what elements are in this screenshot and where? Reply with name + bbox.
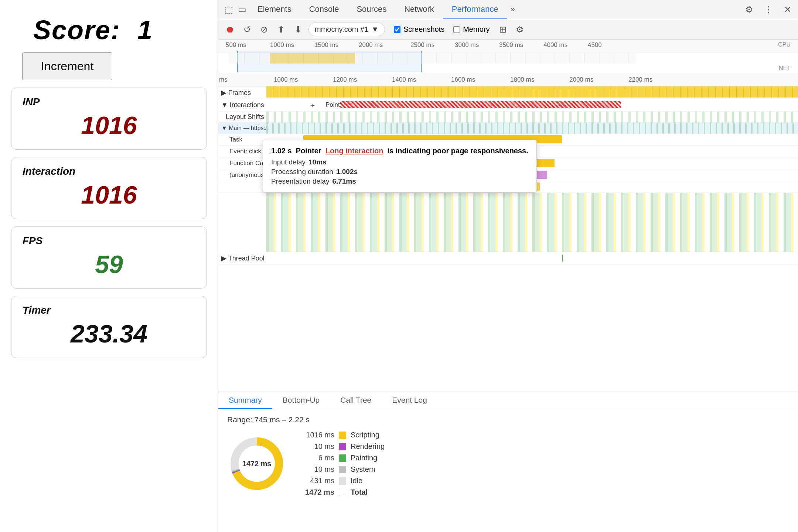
ruler-1000: 1000 ms [274,76,298,83]
ruler-1800: 1800 ms [510,76,534,83]
interaction-tooltip: 1.02 s Pointer Long interaction is indic… [263,140,537,192]
left-panel: Score: 1 Increment INP 1016 Interaction … [0,0,218,532]
timeline-main: ms 1000 ms 1200 ms 1400 ms 1600 ms 1800 … [218,73,798,392]
system-label: System [351,465,375,474]
detail-ruler: ms 1000 ms 1200 ms 1400 ms 1600 ms 1800 … [218,73,798,86]
more-options-icon[interactable]: ⋮ [762,3,775,16]
track-area: ▶ Frames ▼ Interactions + Pointer [218,86,798,392]
legend: 1016 ms Scripting 10 ms Rendering 6 ms [301,431,385,497]
legend-row-idle: 431 ms Idle [301,477,385,485]
settings-icon[interactable]: ⚙ [743,3,756,16]
tooltip-header: 1.02 s Pointer Long interaction is indic… [271,147,528,155]
reload-icon[interactable]: ↺ [241,23,254,36]
inspect-icon[interactable]: ⬚ [222,3,235,16]
url-selector[interactable]: mmocny.com #1 ▼ [308,23,385,36]
thread-pool-label[interactable]: ▶ Thread Pool [218,253,266,264]
tooltip-presentation: Presentation delay 6.71ms [271,177,528,185]
long-interaction-link[interactable]: Long interaction [325,147,383,155]
devtools-actions: ⚙ ⋮ ✕ [743,3,794,16]
tick-2000: 2000 ms [359,41,383,49]
donut-chart: 1472 ms [227,434,286,493]
frames-bar [266,86,798,98]
main-thread-row: ▼ Main — https://mmocny.co [218,123,798,134]
tick-4500: 4500 [588,41,602,49]
legend-row-scripting: 1016 ms Scripting [301,431,385,439]
timer-label: Timer [23,304,195,316]
interaction-hatched-bar[interactable] [340,101,621,108]
legend-row-rendering: 10 ms Rendering [301,442,385,451]
screenshots-label: Screenshots [403,25,444,34]
tab-call-tree[interactable]: Call Tree [330,396,382,409]
fps-card: FPS 59 [11,226,207,289]
sub-bar-label [218,185,266,188]
increment-button[interactable]: Increment [22,52,112,80]
frames-row: ▶ Frames [218,86,798,99]
capture-icon[interactable]: ⊞ [496,23,509,36]
scripting-label: Scripting [351,431,379,439]
idle-ms: 431 ms [301,477,334,485]
layout-shifts-label: Layout Shifts [218,112,266,122]
ruler-2000: 2000 ms [569,76,593,83]
tab-event-log[interactable]: Event Log [382,396,437,409]
tab-sources[interactable]: Sources [348,0,395,19]
range-text: Range: 745 ms – 2.22 s [227,415,789,424]
memory-group: Memory [453,25,490,34]
upload-icon[interactable]: ⬆ [274,23,288,36]
tab-network[interactable]: Network [395,0,443,19]
record-icon[interactable]: ⏺ [224,23,237,36]
tick-2500: 2500 ms [410,41,434,49]
tick-3000: 3000 ms [455,41,479,49]
ruler-ms: ms [219,76,228,83]
interaction-card: Interaction 1016 [11,157,207,219]
perf-settings-icon[interactable]: ⚙ [513,23,526,36]
flame-bars [266,193,798,252]
layout-shifts-bar [266,112,798,123]
inp-label: INP [23,96,195,108]
device-icon[interactable]: ▭ [235,3,249,16]
anonymous-label: (anonymous) [218,170,266,180]
ruler-2200: 2200 ms [628,76,652,83]
painting-ms: 6 ms [301,454,334,462]
legend-row-painting: 6 ms Painting [301,454,385,462]
clear-icon[interactable]: ⊘ [258,23,271,36]
tab-summary[interactable]: Summary [218,396,272,409]
devtools-panel: ⬚ ▭ Elements Console Sources Network Per… [218,0,798,532]
fps-label: FPS [23,235,195,247]
interactions-row[interactable]: ▼ Interactions + Pointer [218,99,798,112]
inp-value: 1016 [23,111,195,140]
ruler-1600: 1600 ms [451,76,475,83]
tooltip-processing: Processing duration 1.002s [271,168,528,176]
tab-performance[interactable]: Performance [443,0,507,19]
memory-checkbox[interactable] [453,26,460,33]
download-icon[interactable]: ⬇ [291,23,305,36]
screenshots-strip [229,53,636,64]
close-icon[interactable]: ✕ [781,3,794,16]
total-swatch [339,489,346,496]
event-click-label: Event: click [218,146,266,157]
bottom-tabbar: Summary Bottom-Up Call Tree Event Log [218,392,798,409]
tab-elements[interactable]: Elements [249,0,300,19]
main-thread-label: ▼ Main — https://mmocny.co [218,123,266,133]
thread-pool-row[interactable]: ▶ Thread Pool [218,252,798,265]
interaction-value: 1016 [23,180,195,209]
donut-label: 1472 ms [242,460,272,468]
timer-card: Timer 233.34 [11,296,207,358]
score-value: 1 [137,15,153,45]
legend-row-system: 10 ms System [301,465,385,474]
scripting-swatch [339,432,346,439]
screenshots-checkbox[interactable] [394,26,400,33]
flame-area [218,193,798,252]
url-dropdown-icon: ▼ [371,25,379,34]
interactions-label[interactable]: ▼ Interactions [218,100,266,110]
interaction-label: Interaction [23,166,195,177]
tab-bottom-up[interactable]: Bottom-Up [272,396,330,409]
scripting-ms: 1016 ms [301,431,334,439]
tick-500: 500 ms [226,41,246,49]
frames-label[interactable]: ▶ Frames [218,87,266,98]
ruler-1400: 1400 ms [392,76,416,83]
tab-console[interactable]: Console [300,0,348,19]
tab-more[interactable]: » [507,0,519,19]
overview-area: 500 ms 1000 ms 1500 ms 2000 ms 2500 ms 3… [218,40,798,73]
total-label: Total [351,488,368,497]
summary-content: Range: 745 ms – 2.22 s [218,409,798,532]
